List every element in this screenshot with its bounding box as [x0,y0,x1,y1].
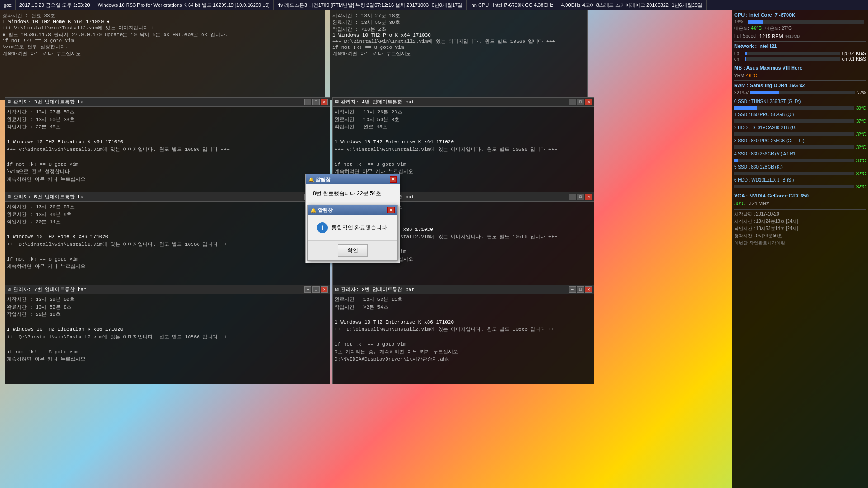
terminal-4-title: 관리자: 4번 업데이트통합 bat [341,99,568,105]
top-line-3: I Windows 10 TH2 Home K x64 171020 ● [2,19,323,24]
outer-dialog-content: 8번 완료됐습니다 22분 54초 [306,184,400,203]
vga-label: VGA : NVIDIA GeForce GTX 650 [734,192,809,199]
taskbar-datetime: 2017.10.20 금요일 오후 1:53:20 [16,0,94,10]
inner-dialog-container: 🔔 알림창 ✕ i 통합작업 완료됐습니다 확인 [307,205,398,261]
drive-0: 0 SSD : THNSNH256BST (G: D:) 30°C [734,99,866,111]
tr-line-5: 1 Windows 10 TH2 Pro K x64 171030 [332,33,585,38]
inner-dialog-titlebar: 🔔 알림창 ✕ [308,205,397,215]
outer-dialog-close-btn[interactable]: ✕ [390,176,397,183]
vga-section: VGA : NVIDIA GeForce GTX 650 30°C 324 MH… [734,191,866,207]
terminal-7-title: 관리자: 7번 업데이트통합 bat [13,286,303,293]
terminal-8-titlebar: 🖥 관리자: 8번 업데이트통합 bat ─ □ ✕ [333,285,594,294]
ram-section: RAM : Samsung DDR4 16G x2 3219-V 27% [734,80,866,95]
inner-dialog: 🔔 알림창 ✕ i 통합작업 완료됐습니다 확인 [307,205,398,261]
info-icon: i [317,222,328,233]
terminal-7-content: 시작시간 : 13시 29분 50초 완료시간 : 13시 52분 8초 작업시… [5,294,330,365]
cpu-title: CPU : Intel Core i7 -6700K [734,12,795,19]
terminal-3-content: 시작시간 : 13시 27분 50초 완료시간 : 13시 50분 33초 작업… [5,107,330,185]
terminal-8-title: 관리자: 8번 업데이트통합 bat [341,286,568,293]
outer-dialog: 🔔 알림창 ✕ 8번 완료됐습니다 22분 54초 🔔 알림창 ✕ i 통합작업… [305,174,400,263]
tr-line-3: 작업시간 : >18분 2초 [332,26,585,33]
datetime-section: 시작날짜 : 2017-10-20 시작시간 : 13시24분18초 [24시]… [734,209,866,246]
terminal-5-titlebar: 🖥 관리자: 5번 업데이트통합 bat ─ □ ✕ [5,192,330,202]
top-terminal-left: 경과시간 : 완료 33초 I Windows 10 TH2 Home K x6… [0,10,326,100]
taskbar-rfv: rfv 레드스톤3 버전1709 [RTM년발] 부팅:2일07:12:16 설… [274,0,467,10]
close-button-7[interactable]: ✕ [321,286,328,293]
close-button-6[interactable]: ✕ [585,194,592,200]
top-line-1: 경과시간 : 완료 33초 [2,12,323,19]
inner-dialog-close-btn[interactable]: ✕ [387,207,395,213]
inner-dialog-button-row: 확인 [308,240,397,260]
tr-line-2: 완료시간 : 13시 55분 39초 [332,19,585,26]
maximize-button-4[interactable]: □ [577,99,584,105]
drive-6: 6 HDD : WD10EZEX 1TB (S:) 32°C [734,177,866,189]
top-line-4: +++ V:\1install\win\Install2.vim에 있는 이미지… [2,24,323,31]
ram-label: RAM : Samsung DDR4 16G x2 [734,82,805,89]
inner-dialog-title: 알림창 [318,207,387,214]
mb-section: MB : Asus Maximus VIII Hero VRM 46°C [734,63,866,80]
tr-line-9: 계속하려면 아무 키나 누르십시오 [332,50,585,57]
cpu-temp: 46°C [751,25,762,32]
cpu-label-row: CPU : Intel Core i7 -6700K [734,12,866,19]
network-section: Network : Intel I21 up up 0.4 KB/S dn dn… [734,41,866,61]
taskbar-gaz: gaz [0,0,16,10]
minimize-button-8[interactable]: ─ [569,286,576,293]
outer-dialog-title: 알림창 [316,176,390,183]
maximize-button-8[interactable]: □ [577,286,584,293]
drive-3: 3 SSD : 840 PRO 256GB (C: E: F:) 32°C [734,138,866,150]
mb-label: MB : Asus Maximus VIII Hero [734,65,802,71]
terminal-8: 🖥 관리자: 8번 업데이트통합 bat ─ □ ✕ 완료시간 : 13시 53… [332,285,594,384]
terminal-3-titlebar: 🖥 관리자: 3번 업데이트통합 bat ─ □ ✕ [5,98,330,107]
top-line-10: 계속하려면 아무 키나 누르십시오 [2,50,323,57]
top-terminal-right: 시작시간 : 13시 27분 18초 완료시간 : 13시 55분 39초 작업… [330,10,588,100]
outer-dialog-message: 8번 완료됐습니다 22분 54초 [313,190,381,197]
terminal-8-content: 완료시간 : 13시 53분 11초 작업시간 : >2분 54초 1 Wind… [333,294,594,365]
terminal-4-content: 시작시간 : 13시 26분 23초 완료시간 : 13시 50분 8초 작업시… [333,107,594,178]
tr-line-8: if not !k! == 8 goto vim [332,45,585,50]
drive-5: 5 SSD : 830 128GB (K:) 32°C [734,164,866,176]
cpu-usage-bar: 13% [734,19,866,24]
tr-line-6: +++ D:\2install\win\Install2.vim에 있는 이미지… [332,38,585,45]
drive-2: 2 HDD : DT01ACA200 2TB (U:) 32°C [734,125,866,137]
inner-dialog-content: i 통합작업 완료됐습니다 [308,215,397,240]
inner-dialog-message: 통합작업 완료됐습니다 [331,224,387,232]
terminal-4-titlebar: 🖥 관리자: 4번 업데이트통합 bat ─ □ ✕ [333,98,594,107]
terminal-7-titlebar: 🖥 관리자: 7번 업데이트통합 bat ─ □ ✕ [5,285,330,294]
maximize-button-3[interactable]: □ [312,99,320,105]
top-line-8: if not !k! == 8 goto vim [2,38,323,43]
drive-4: 4 SSD : 830 256GB (V:) A1 B1 30°C [734,151,866,163]
outer-dialog-overlay: 🔔 알림창 ✕ 8번 완료됐습니다 22분 54초 🔔 알림창 ✕ i 통합작업… [305,174,400,263]
network-label: Network : Intel I21 [734,43,777,50]
terminal-5-title: 관리자: 5번 업데이트통합 bat [13,193,303,200]
top-line-6: ● 빌드 10586.1178 원리시 27.0.0.170 update는 1… [2,31,323,38]
taskbar-bios: 4.00GHz 4코어 8스레드 스카이레이크 20160322~1년6개월29… [557,0,707,10]
top-line-9: \vim으로 전부 설정합니다. [2,43,323,50]
terminal-3: 🖥 관리자: 3번 업데이트통합 bat ─ □ ✕ 시작시간 : 13시 27… [5,97,330,192]
outer-dialog-titlebar: 🔔 알림창 ✕ [306,174,400,184]
drives-section: 0 SSD : THNSNH256BST (G: D:) 30°C 1 SSD … [734,97,866,189]
drive-1: 1 SSD : 850 PRO 512GB (Q:) 37°C [734,112,866,124]
taskbar-winver: Windows 10 RS3 Pro for Workstations K 64… [94,0,274,10]
minimize-button-3[interactable]: ─ [304,99,311,105]
confirm-button[interactable]: 확인 [338,244,368,257]
terminal-5-content: 시작시간 : 13시 26분 55초 완료시간 : 13시 49분 9초 작업시… [5,202,330,272]
tr-line-1: 시작시간 : 13시 27분 18초 [332,12,585,19]
taskbar: gaz 2017.10.20 금요일 오후 1:53:20 Windows 10… [0,0,868,10]
close-button-8[interactable]: ✕ [585,286,592,293]
maximize-button-7[interactable]: □ [312,286,320,293]
close-button-4[interactable]: ✕ [585,99,592,105]
terminal-3-title: 관리자: 3번 업데이트통합 bat [13,99,303,105]
minimize-button-7[interactable]: ─ [304,286,311,293]
terminal-7: 🖥 관리자: 7번 업데이트통합 bat ─ □ ✕ 시작시간 : 13시 29… [5,285,330,384]
close-button-3[interactable]: ✕ [321,99,328,105]
minimize-button-4[interactable]: ─ [569,99,576,105]
terminal-5: 🖥 관리자: 5번 업데이트통합 bat ─ □ ✕ 시작시간 : 13시 26… [5,192,330,287]
maximize-button-6[interactable]: □ [577,194,584,200]
system-monitor: CPU : Intel Core i7 -6700K 13% 내온도: 46°C… [732,10,868,488]
minimize-button-6[interactable]: ─ [569,194,576,200]
taskbar-ihn: ihn CPU : Intel i7-6700K OC 4.38GHz [467,0,557,10]
